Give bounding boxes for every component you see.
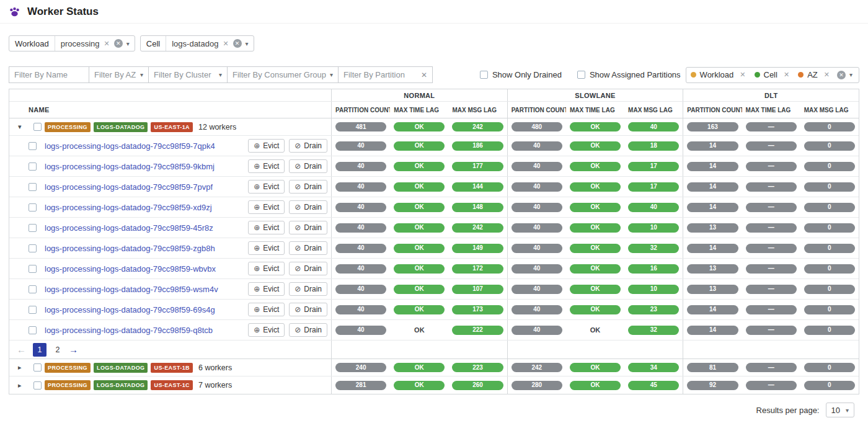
group-row-checkbox[interactable] <box>33 363 42 372</box>
worker-checkbox[interactable] <box>29 203 37 212</box>
drain-icon: ⊘ <box>294 183 301 190</box>
expand-chevron-icon[interactable]: ▸ <box>18 381 27 390</box>
drain-button[interactable]: ⊘Drain <box>289 262 327 275</box>
workload-filter-clear-icon[interactable]: ✕ <box>114 39 123 48</box>
slowlane-group-cells: 40OK32 <box>507 238 683 258</box>
worker-link[interactable]: logs-processing-logs-datadog-79cc98f59-6… <box>45 305 215 314</box>
time-lag-bar: — <box>746 162 797 171</box>
group-by-workload-remove-icon[interactable]: ✕ <box>737 71 748 79</box>
drain-button[interactable]: ⊘Drain <box>289 180 327 194</box>
filter-by-cluster-select[interactable]: Filter By Cluster ▾ <box>148 66 228 83</box>
worker-checkbox[interactable] <box>29 244 37 252</box>
evict-button[interactable]: ⊕Evict <box>248 262 285 275</box>
worker-link[interactable]: logs-processing-logs-datadog-79cc98f59-4… <box>45 223 213 233</box>
group-by-cell-remove-icon[interactable]: ✕ <box>781 71 792 79</box>
drain-button[interactable]: ⊘Drain <box>289 303 327 316</box>
cell-filter-clear-icon[interactable]: ✕ <box>233 39 242 48</box>
workload-filter-caret-icon[interactable]: ▾ <box>123 40 135 47</box>
drain-icon: ⊘ <box>294 163 301 170</box>
page-button-1[interactable]: 1 <box>33 343 46 357</box>
worker-row: logs-processing-logs-datadog-79cc98f59-9… <box>9 156 859 177</box>
filter-by-partition-input[interactable] <box>343 70 417 79</box>
partition-count-cell: 14 <box>683 156 742 176</box>
worker-name-cell: logs-processing-logs-datadog-79cc98f59-4… <box>9 218 331 238</box>
worker-checkbox[interactable] <box>29 326 37 334</box>
cell-value-remove-icon[interactable]: ✕ <box>220 40 231 48</box>
filter-by-partition-clear-icon[interactable]: ✕ <box>421 71 427 79</box>
drain-button[interactable]: ⊘Drain <box>289 159 327 173</box>
worker-link[interactable]: logs-processing-logs-datadog-79cc98f59-x… <box>45 203 212 212</box>
show-assigned-partitions-option[interactable]: Show Assigned Partitions <box>577 70 681 79</box>
time-lag-bar: OK <box>570 162 621 171</box>
worker-checkbox[interactable] <box>29 224 37 232</box>
collapse-chevron-icon[interactable]: ▾ <box>18 123 27 131</box>
drain-button[interactable]: ⊘Drain <box>289 200 327 214</box>
worker-link[interactable]: logs-processing-logs-datadog-79cc98f59-7… <box>45 141 215 151</box>
partition-count-cell: 481 <box>332 118 390 135</box>
msg-lag-cell: 32 <box>624 320 683 340</box>
group-row-checkbox[interactable] <box>33 123 42 131</box>
worker-link[interactable]: logs-processing-logs-datadog-79cc98f59-q… <box>45 326 213 335</box>
worker-link[interactable]: logs-processing-logs-datadog-79cc98f59-9… <box>45 162 215 171</box>
drain-button[interactable]: ⊘Drain <box>289 323 327 337</box>
worker-checkbox[interactable] <box>29 142 37 150</box>
filter-by-az-placeholder: Filter By AZ <box>94 70 136 79</box>
worker-link[interactable]: logs-processing-logs-datadog-79cc98f59-w… <box>45 285 218 294</box>
drain-button[interactable]: ⊘Drain <box>289 241 327 255</box>
show-only-drained-label: Show Only Drained <box>492 70 562 79</box>
evict-button[interactable]: ⊕Evict <box>248 241 285 255</box>
evict-button[interactable]: ⊕Evict <box>248 282 285 296</box>
evict-button[interactable]: ⊕Evict <box>248 303 285 316</box>
msg-lag-cell: 0 <box>800 218 859 238</box>
drain-icon: ⊘ <box>294 326 301 334</box>
partition-count-cell: 40 <box>332 156 390 176</box>
expand-chevron-icon[interactable]: ▸ <box>18 363 27 372</box>
time-lag-bar: OK <box>570 264 621 274</box>
evict-button[interactable]: ⊕Evict <box>248 200 285 214</box>
show-assigned-partitions-checkbox[interactable] <box>577 71 585 79</box>
filter-by-name-input[interactable] <box>14 70 84 79</box>
msg-lag-bar: 0 <box>804 223 855 233</box>
worker-checkbox[interactable] <box>29 265 37 273</box>
evict-button[interactable]: ⊕Evict <box>248 139 285 153</box>
msg-lag-bar: 0 <box>804 381 855 390</box>
evict-button[interactable]: ⊕Evict <box>248 180 285 194</box>
group-by-az-remove-icon[interactable]: ✕ <box>822 71 832 79</box>
results-per-page-select[interactable]: 10 ▾ <box>826 403 855 417</box>
dlt-group-cells: 14—0 <box>683 197 859 217</box>
worker-checkbox[interactable] <box>29 163 37 171</box>
time-lag-value: OK <box>590 326 601 334</box>
worker-link[interactable]: logs-processing-logs-datadog-79cc98f59-7… <box>45 182 213 192</box>
filter-bar: Filter By AZ ▾ Filter By Cluster ▾ Filte… <box>0 51 868 83</box>
show-only-drained-checkbox[interactable] <box>480 71 488 79</box>
time-lag-bar: OK <box>394 223 445 233</box>
drain-button[interactable]: ⊘Drain <box>289 221 327 234</box>
group-by-clear-icon[interactable]: ✕ <box>837 71 846 79</box>
drain-button[interactable]: ⊘Drain <box>289 139 327 153</box>
time-lag-cell: OK <box>390 197 448 217</box>
filter-by-consumer-group-select[interactable]: Filter By Consumer Group ▾ <box>227 66 339 83</box>
msg-lag-bar: 0 <box>804 203 855 212</box>
page-button-2[interactable]: 2 <box>53 345 62 354</box>
drain-button[interactable]: ⊘Drain <box>289 282 327 296</box>
group-row-checkbox[interactable] <box>33 381 42 390</box>
evict-button[interactable]: ⊕Evict <box>248 323 285 337</box>
worker-checkbox[interactable] <box>29 285 37 293</box>
evict-button[interactable]: ⊕Evict <box>248 159 285 173</box>
partition-count-cell: 14 <box>683 300 742 319</box>
filter-by-az-select[interactable]: Filter By AZ ▾ <box>89 66 149 83</box>
worker-checkbox[interactable] <box>29 306 37 314</box>
prev-page-arrow-icon[interactable]: ← <box>17 344 26 355</box>
msg-lag-cell: 0 <box>800 259 859 278</box>
next-page-arrow-icon[interactable]: → <box>69 344 78 355</box>
group-header-slowlane: SLOWLANE <box>507 89 683 101</box>
evict-button[interactable]: ⊕Evict <box>248 221 285 234</box>
worker-checkbox[interactable] <box>29 183 37 191</box>
worker-link[interactable]: logs-processing-logs-datadog-79cc98f59-w… <box>45 264 216 274</box>
time-lag-cell: — <box>742 238 800 258</box>
group-by-caret-icon[interactable]: ▾ <box>846 71 857 78</box>
show-only-drained-option[interactable]: Show Only Drained <box>480 70 562 79</box>
cell-filter-caret-icon[interactable]: ▾ <box>242 40 254 47</box>
workload-value-remove-icon[interactable]: ✕ <box>102 40 112 48</box>
worker-link[interactable]: logs-processing-logs-datadog-79cc98f59-z… <box>45 244 215 253</box>
